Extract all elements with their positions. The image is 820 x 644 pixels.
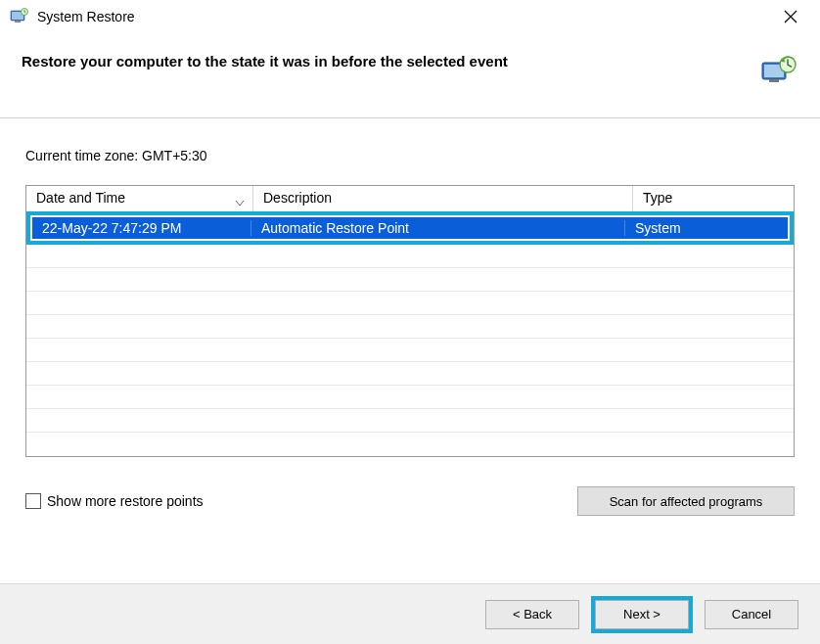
system-restore-icon [10,8,29,25]
column-header-description-label: Description [263,190,332,206]
main-content: Current time zone: GMT+5:30 Date and Tim… [0,118,820,516]
next-button-highlight: Next > [591,596,693,633]
restore-hero-icon [759,53,798,92]
table-row [26,362,794,386]
cell-date: 22-May-22 7:47:29 PM [32,220,251,236]
cancel-button[interactable]: Cancel [705,600,798,629]
svg-rect-6 [769,79,779,82]
cell-type: System [625,220,788,236]
page-heading: Restore your computer to the state it wa… [22,53,748,69]
table-row [26,409,794,433]
show-more-checkbox[interactable]: Show more restore points [25,493,204,509]
table-row [26,339,794,362]
next-button[interactable]: Next > [595,600,689,629]
show-more-label: Show more restore points [47,493,204,509]
column-header-date-label: Date and Time [36,190,125,206]
column-header-type-label: Type [643,190,672,206]
cell-description: Automatic Restore Point [251,220,625,236]
scan-affected-button[interactable]: Scan for affected programs [577,486,795,516]
sort-descending-icon [235,194,245,209]
wizard-header: Restore your computer to the state it wa… [0,33,820,117]
table-footer-controls: Show more restore points Scan for affect… [25,486,795,516]
table-row [26,433,794,456]
svg-rect-2 [15,21,21,23]
table-row [26,292,794,315]
table-header-row: Date and Time Description Type [26,186,794,212]
table-row [26,386,794,409]
column-header-date[interactable]: Date and Time [26,186,253,211]
back-button[interactable]: < Back [485,600,579,629]
window-title: System Restore [37,9,771,24]
wizard-footer: < Back Next > Cancel [0,583,820,644]
table-row [26,268,794,292]
column-header-description[interactable]: Description [253,186,633,211]
column-header-type[interactable]: Type [633,186,794,211]
checkbox-box-icon [25,493,41,509]
table-row [26,245,794,268]
table-row[interactable]: 22-May-22 7:47:29 PM Automatic Restore P… [32,217,788,239]
close-button[interactable] [771,3,810,30]
timezone-label: Current time zone: GMT+5:30 [25,148,795,163]
title-bar: System Restore [0,0,820,33]
table-row [26,315,794,339]
restore-points-table: Date and Time Description Type 22-May-22… [25,185,795,457]
selected-row-highlight: 22-May-22 7:47:29 PM Automatic Restore P… [26,211,794,245]
